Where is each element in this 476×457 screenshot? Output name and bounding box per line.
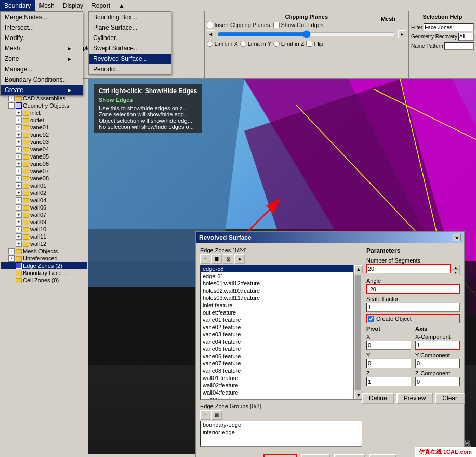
menu-extra[interactable]: ▲ (114, 0, 129, 11)
create-object-check[interactable] (368, 316, 374, 322)
menu-modify[interactable]: Modify... (1, 33, 83, 43)
tree-item-wall10[interactable]: + wall10 (1, 226, 87, 233)
tree-item-vane02[interactable]: + vane02 (1, 131, 87, 138)
menu-periodic[interactable]: Periodic... (89, 64, 171, 74)
mesh-obj-expand[interactable]: + (8, 248, 15, 254)
num-segments-input[interactable] (366, 264, 451, 273)
filter-input[interactable] (424, 23, 474, 31)
menu-merge-nodes[interactable]: Merge Nodes... (1, 12, 83, 22)
tree-item-cell-zones[interactable]: Cell Zones (0) (1, 277, 87, 284)
tree-item-mesh-obj[interactable]: + Mesh Objects (1, 247, 87, 255)
edge-zones-scrollbar[interactable]: ▲ ▼ (354, 265, 362, 400)
edge-zone-wall06[interactable]: wall06:feature (201, 396, 353, 400)
show-cut-check[interactable] (273, 22, 280, 28)
vane07-expand[interactable]: + (16, 168, 22, 174)
clear-btn[interactable]: Clear (435, 393, 465, 404)
menu-report[interactable]: Report (87, 0, 114, 11)
tree-item-wall11[interactable]: + wall11 (1, 233, 87, 240)
angle-input[interactable] (366, 284, 460, 294)
tree-item-wall09[interactable]: + wall09 (1, 218, 87, 226)
axis-z-input[interactable] (415, 377, 460, 386)
group-boundary-edge[interactable]: boundary-edge (201, 421, 362, 428)
tree-item-wall02[interactable]: + wall02 (1, 189, 87, 197)
tree-item-vane08[interactable]: + vane08 (1, 175, 87, 182)
scroll-thumb[interactable] (355, 275, 361, 390)
menu-plane-surface[interactable]: Plane Surface... (89, 22, 171, 33)
draw-footer-btn[interactable]: Draw (301, 454, 330, 457)
wall09-expand[interactable]: + (16, 219, 22, 225)
edge-zone-holes03[interactable]: holes03:wall11:feature (201, 294, 353, 302)
define-btn[interactable]: Define (362, 393, 394, 404)
limit-y-radio[interactable] (240, 41, 246, 47)
edge-zone-wall02[interactable]: wall02:feature (201, 382, 353, 389)
menu-zone[interactable]: Zone► (1, 54, 83, 64)
axis-y-input[interactable] (415, 359, 460, 368)
wall02-expand[interactable]: + (16, 190, 22, 196)
edge-zone-vane02[interactable]: vane02:feature (201, 323, 353, 331)
groups-filter-btn[interactable]: ≡ (200, 410, 210, 420)
tree-item-cad[interactable]: + CAD Assemblies (1, 95, 87, 102)
name-pattern-input[interactable] (444, 42, 474, 50)
edge-zone-holes01[interactable]: holes01:wall12:feature (201, 280, 353, 287)
insert-clipping-check[interactable] (207, 22, 213, 28)
tree-item-vane06[interactable]: + vane06 (1, 160, 87, 167)
pivot-z-input[interactable] (366, 377, 411, 386)
edge-zone-inlet[interactable]: inlet:feature (201, 302, 353, 309)
axis-x-input[interactable] (415, 341, 460, 350)
wall12-expand[interactable]: + (16, 241, 22, 247)
tree-item-vane03[interactable]: + vane03 (1, 138, 87, 146)
geometry-input[interactable] (458, 33, 474, 41)
tree-item-vane07[interactable]: + vane07 (1, 167, 87, 175)
tree-item-vane01[interactable]: + vane01 (1, 124, 87, 131)
scrollbar-up[interactable]: ▲ (354, 265, 363, 273)
tree-item-vane05[interactable]: + vane05 (1, 153, 87, 160)
slider-left-btn[interactable]: ◄ (207, 30, 215, 38)
edge-zone-edge-58[interactable]: edge-58 (201, 265, 353, 272)
edge-zone-wall01[interactable]: wall01:feature (201, 374, 353, 382)
geo-expand[interactable]: - (8, 102, 15, 109)
menu-display[interactable]: Display (59, 0, 87, 11)
pivot-y-input[interactable] (366, 359, 411, 368)
vane03-expand[interactable]: + (16, 139, 22, 145)
wall04-expand[interactable]: + (16, 197, 22, 203)
edge-zone-dot-btn[interactable]: ● (234, 254, 245, 264)
limit-x-radio[interactable] (207, 41, 213, 47)
inlet-expand[interactable]: + (16, 110, 22, 116)
edge-zone-vane06[interactable]: vane06:feature (201, 352, 353, 360)
edge-zone-vane05[interactable]: vane05:feature (201, 345, 353, 352)
menu-boundary-conditions[interactable]: Boundary Conditions... (1, 74, 83, 85)
tree-item-edge-zones[interactable]: Edge Zones (2) (1, 262, 87, 269)
menu-swept-surface[interactable]: Swept Surface... (89, 43, 171, 54)
vane02-expand[interactable]: + (16, 132, 22, 138)
tree-item-wall01[interactable]: + wall01 (1, 182, 87, 189)
edge-zone-edge-61[interactable]: edge-61 (201, 272, 353, 280)
edge-zone-holes02[interactable]: holes02:wall10:feature (201, 287, 353, 294)
dialog-close-btn[interactable]: ✕ (453, 234, 461, 241)
tree-item-geo-obj[interactable]: - Geometry Objects (1, 102, 87, 109)
wall01-expand[interactable]: + (16, 182, 22, 189)
num-segments-down[interactable]: ▼ (452, 270, 460, 275)
tree-item-outlet[interactable]: + outlet (1, 116, 87, 124)
edge-zone-groups-list[interactable]: boundary-edge interior-edge (200, 421, 362, 447)
vane06-expand[interactable]: + (16, 161, 22, 167)
menu-mesh[interactable]: Mesh (35, 0, 58, 11)
menu-manage[interactable]: Manage... (1, 64, 83, 74)
scale-factor-input[interactable] (366, 303, 460, 312)
edge-zone-vane07[interactable]: vane07:feature (201, 360, 353, 367)
tree-item-wall06[interactable]: + wall06 (1, 204, 87, 211)
edge-zone-outlet[interactable]: outlet:feature (201, 309, 353, 316)
edge-zone-wall04[interactable]: wall04:feature (201, 389, 353, 396)
preview-btn[interactable]: Preview (396, 393, 433, 404)
tree-item-unreferenced[interactable]: - Unreferenced (1, 255, 87, 262)
group-interior-edge[interactable]: interior-edge (201, 428, 362, 436)
wall07-expand[interactable]: + (16, 212, 22, 218)
unreferenced-expand[interactable]: - (8, 255, 15, 262)
edge-zone-vane03[interactable]: vane03:feature (201, 331, 353, 338)
groups-deselect-btn[interactable]: ⊠ (211, 410, 222, 420)
edge-zones-list[interactable]: edge-58 edge-61 holes01:wall12:feature h… (200, 265, 354, 400)
menu-boundary[interactable]: Boundary (0, 0, 35, 11)
menu-revolved-surface[interactable]: Revolved Surface... (89, 54, 171, 64)
flip-check[interactable] (306, 41, 312, 47)
edge-zone-deselect-btn[interactable]: ⊠ (223, 254, 233, 264)
cad-expand[interactable]: + (8, 95, 15, 101)
